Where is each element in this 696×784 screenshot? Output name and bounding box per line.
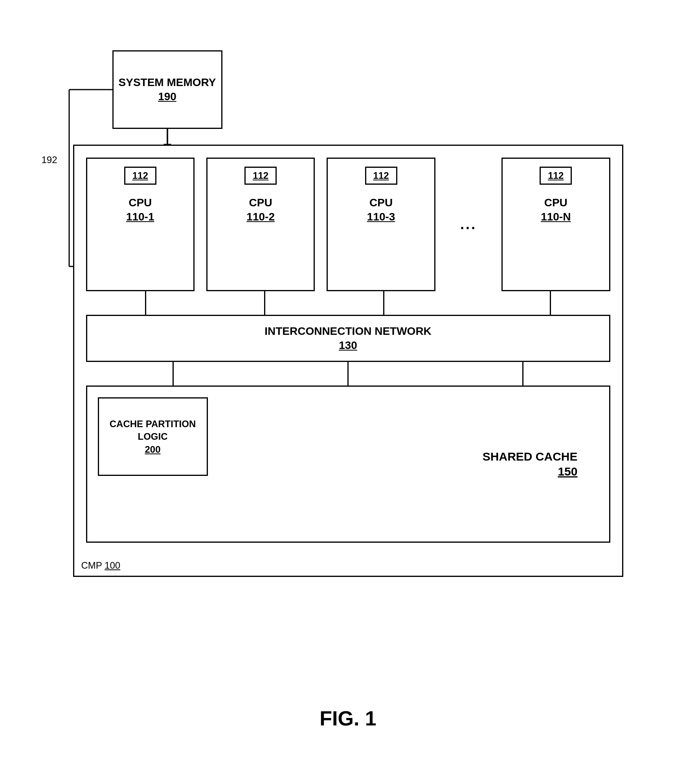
connector-2 [205,291,324,315]
inter-connector-3 [507,362,538,386]
cpu-label-3: CPU [369,196,393,209]
cpu-box-1: 112 CPU 110-1 [86,158,195,291]
cpu-num-3: 110-3 [367,211,395,223]
cpu-label-2: CPU [249,196,272,209]
figure-label: FIG. 1 [34,707,663,730]
cpu-connectors [86,291,610,315]
diagram: SYSTEM MEMORY 190 192 112 CPU [34,39,663,746]
ellipsis: ... [447,158,490,291]
cmp-label: CMP 100 [81,560,121,571]
cpu-num-1: 110-1 [126,211,154,223]
interconnect-number: 130 [339,339,357,352]
cpu-num-n: 110-N [541,211,571,223]
shared-cache-label: SHARED CACHE [483,450,578,463]
cpu-cache-num-3: 112 [365,167,397,185]
shared-cache-number: 150 [558,465,577,478]
inter-connector-2 [332,362,364,386]
connector-n [491,291,610,315]
cpu-label-n: CPU [544,196,567,209]
cpu-box-2: 112 CPU 110-2 [206,158,315,291]
cpu-box-n: 112 CPU 110-N [501,158,610,291]
interconnect-label: INTERCONNECTION NETWORK [264,325,432,338]
system-memory-number: 190 [158,90,176,103]
connector-1 [86,291,205,315]
inter-connector-1 [158,362,189,386]
cache-partition-label: CACHE PARTITION LOGIC [99,418,207,442]
connector-ellipsis [443,291,491,315]
system-memory-label: SYSTEM MEMORY [119,76,216,89]
cpu-cache-num-2: 112 [244,167,277,185]
cpu-num-2: 110-2 [246,211,275,223]
connector-3 [324,291,443,315]
system-memory-box: SYSTEM MEMORY 190 [112,50,222,129]
inter-connectors [86,362,610,386]
cpu-box-3: 112 CPU 110-3 [327,158,435,291]
cache-partition-number: 200 [145,444,160,455]
cpu-cache-num-1: 112 [124,167,156,185]
cpu-cache-num-n: 112 [540,167,572,185]
interconnect-box: INTERCONNECTION NETWORK 130 [86,315,610,362]
cmp-number: 100 [105,560,120,571]
cmp-box: 112 CPU 110-1 112 CPU 110-2 112 CPU 110-… [73,145,623,577]
label-192: 192 [42,154,57,165]
cpu-row: 112 CPU 110-1 112 CPU 110-2 112 CPU 110-… [86,158,610,291]
cpu-label-1: CPU [129,196,152,209]
cache-partition-box: CACHE PARTITION LOGIC 200 [98,397,208,476]
cmp-text: CMP [81,560,102,571]
